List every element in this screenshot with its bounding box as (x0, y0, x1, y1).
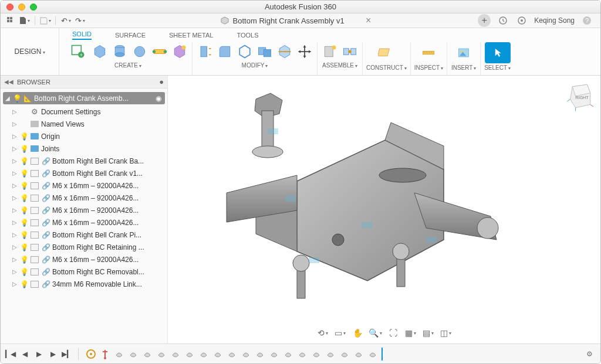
tree-item[interactable]: ▷💡🔗M6 x 16mm – 92000A426... (1, 216, 167, 229)
construct-dropdown[interactable]: CONSTRUCT (366, 64, 407, 71)
combine-button[interactable] (256, 42, 274, 61)
timeline-end-button[interactable]: ▶▎ (62, 349, 72, 359)
timeline-feature[interactable] (155, 348, 168, 360)
timeline-feature[interactable] (85, 348, 97, 360)
tab-solid[interactable]: SOLID (72, 30, 92, 40)
measure-button[interactable] (416, 42, 441, 63)
timeline-feature[interactable] (169, 348, 182, 360)
assemble-dropdown[interactable]: ASSEMBLE (322, 62, 357, 69)
timeline-feature[interactable] (366, 348, 379, 360)
viewport-button[interactable]: ◫ (440, 327, 453, 339)
close-tab-button[interactable]: × (366, 15, 371, 26)
grid-settings-button[interactable]: ▤ (422, 327, 435, 339)
timeline-feature[interactable] (268, 348, 281, 360)
tree-item[interactable]: ▷💡🔗Bottom Right BC Retaining ... (1, 241, 167, 253)
tree-item[interactable]: ▷💡Origin (1, 130, 167, 142)
timeline-feature[interactable] (99, 348, 112, 360)
tree-item[interactable]: ▷·Named Views (1, 118, 167, 130)
browser-collapse-button[interactable]: ◀◀ (4, 79, 13, 85)
data-panel-button[interactable] (4, 15, 17, 26)
tab-surface[interactable]: SURFACE (115, 32, 146, 40)
create-sketch-button[interactable]: + (67, 42, 89, 61)
timeline-step-back-button[interactable]: ◀ (19, 349, 30, 359)
modify-dropdown[interactable]: MODIFY (242, 62, 268, 69)
tree-item[interactable]: ▷💡🔗M6 x 16mm – 92000A426... (1, 253, 167, 266)
inspect-dropdown[interactable]: INSPECT (414, 64, 443, 71)
tree-item[interactable]: ▷💡🔗Bottom Right Bell Crank Pi... (1, 229, 167, 241)
timeline-feature[interactable] (310, 348, 323, 360)
zoom-button[interactable]: 🔍 (369, 327, 382, 339)
create-sphere-button[interactable] (131, 42, 148, 61)
insert-button[interactable] (451, 42, 477, 63)
timeline-start-button[interactable]: ▎◀ (5, 349, 16, 359)
tab-tools[interactable]: TOOLS (237, 32, 258, 40)
timeline: ▎◀ ◀ ▶ ▶ ▶▎ ⚙ (1, 343, 600, 363)
fillet-button[interactable] (216, 42, 234, 61)
user-name[interactable]: Keqing Song (534, 16, 575, 25)
redo-button[interactable]: ↷ (73, 15, 86, 26)
create-derive-button[interactable] (171, 42, 188, 61)
press-pull-button[interactable] (196, 42, 214, 61)
tree-item[interactable]: ▷💡Joints (1, 142, 167, 155)
job-status-button[interactable] (515, 14, 528, 27)
tree-item[interactable]: ▷💡🔗Bottom Right BC Removabl... (1, 266, 167, 278)
tree-item[interactable]: ▷·⚙Document Settings (1, 106, 167, 118)
pan-button[interactable]: ✋ (352, 327, 364, 339)
construct-plane-button[interactable] (373, 42, 399, 63)
tree-item[interactable]: ▷💡🔗M6 x 16mm – 92000A426... (1, 179, 167, 192)
insert-dropdown[interactable]: INSERT (451, 64, 477, 71)
create-cylinder-button[interactable] (111, 42, 129, 61)
timeline-feature[interactable] (141, 348, 154, 360)
extensions-button[interactable] (497, 14, 509, 27)
timeline-feature[interactable] (282, 348, 295, 360)
fit-button[interactable]: ⛶ (387, 327, 400, 339)
timeline-feature[interactable] (225, 348, 238, 360)
tree-item[interactable]: ▷💡🔗Bottom Right Bell Crank Ba... (1, 155, 167, 167)
timeline-feature[interactable] (324, 348, 337, 360)
timeline-feature[interactable] (211, 348, 224, 360)
timeline-step-forward-button[interactable]: ▶ (48, 349, 58, 359)
joint-button[interactable] (341, 42, 359, 61)
move-button[interactable] (296, 42, 313, 61)
look-at-button[interactable]: ▭ (334, 327, 347, 339)
undo-button[interactable]: ↶ (59, 15, 72, 26)
save-button[interactable] (39, 15, 52, 26)
tree-item[interactable]: ▷💡🔗Bottom Right Bell Crank v1... (1, 167, 167, 179)
shell-button[interactable] (236, 42, 254, 61)
create-box-button[interactable] (91, 42, 109, 61)
split-body-button[interactable] (276, 42, 293, 61)
select-dropdown[interactable]: SELECT (484, 64, 511, 71)
tab-sheet-metal[interactable]: SHEET METAL (169, 32, 213, 40)
new-design-button[interactable]: + (478, 14, 491, 27)
timeline-feature[interactable] (197, 348, 210, 360)
timeline-settings-button[interactable]: ⚙ (584, 349, 595, 359)
timeline-play-button[interactable]: ▶ (33, 349, 44, 359)
tree-item[interactable]: ▷💡🔗M6 x 16mm – 92000A426... (1, 204, 167, 216)
ribbon-group-assemble: ASSEMBLE (318, 42, 363, 75)
select-button[interactable] (485, 42, 511, 63)
display-settings-button[interactable]: ▦ (404, 327, 417, 339)
file-menu-button[interactable] (18, 15, 31, 26)
help-button[interactable]: ? (580, 14, 593, 27)
document-tab[interactable]: Bottom Right Crank Assembly v1 × (87, 16, 477, 25)
model-canvas[interactable]: RIGHT ⟲ ▭ ✋ 🔍 ⛶ ▦ ▤ ◫ (168, 76, 600, 343)
browser-options-button[interactable]: ● (159, 77, 164, 86)
timeline-feature[interactable] (113, 348, 126, 360)
timeline-feature[interactable] (296, 348, 309, 360)
tree-item[interactable]: ▷💡🔗34mm M6 Removable Link... (1, 278, 167, 290)
new-component-button[interactable] (321, 42, 339, 61)
timeline-feature[interactable] (127, 348, 140, 360)
tree-item[interactable]: ▷💡🔗M6 x 16mm – 92000A426... (1, 192, 167, 204)
timeline-feature[interactable] (183, 348, 196, 360)
timeline-feature[interactable] (254, 348, 266, 360)
workspace-switcher[interactable]: DESIGN (9, 44, 49, 59)
orbit-button[interactable]: ⟲ (316, 327, 329, 339)
timeline-feature[interactable] (239, 348, 252, 360)
viewcube[interactable]: RIGHT (563, 80, 595, 112)
timeline-cursor[interactable] (381, 348, 383, 360)
create-dropdown[interactable]: CREATE (114, 62, 141, 69)
tree-root[interactable]: ◢💡📐Bottom Right Crank Assemb...◉ (3, 92, 165, 104)
timeline-feature[interactable] (352, 348, 365, 360)
timeline-feature[interactable] (338, 348, 351, 360)
create-form-button[interactable] (151, 42, 168, 61)
